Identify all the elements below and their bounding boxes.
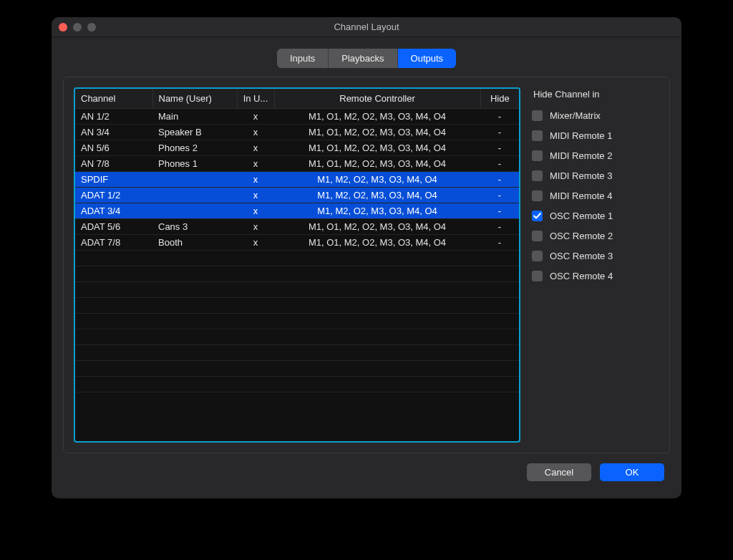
hide-option[interactable]: MIDI Remote 3 — [532, 170, 659, 181]
checkbox-icon[interactable] — [532, 170, 543, 181]
channel-table[interactable]: Channel Name (User) In U... Remote Contr… — [75, 89, 519, 392]
cell-channel[interactable]: AN 7/8 — [75, 156, 152, 172]
cell-remote[interactable]: M1, O1, M2, O2, M3, O3, M4, O4 — [274, 235, 480, 251]
cell-name[interactable]: Phones 2 — [152, 140, 237, 156]
cell-remote[interactable]: M1, M2, O2, M3, O3, M4, O4 — [274, 188, 480, 203]
cancel-button[interactable]: Cancel — [527, 463, 591, 481]
table-row[interactable]: AN 3/4Speaker BxM1, O1, M2, O2, M3, O3, … — [75, 125, 519, 140]
table-row[interactable]: ADAT 5/6Cans 3xM1, O1, M2, O2, M3, O3, M… — [75, 219, 519, 235]
table-row[interactable]: ADAT 1/2xM1, M2, O2, M3, O3, M4, O4- — [75, 188, 519, 203]
table-row[interactable]: AN 1/2MainxM1, O1, M2, O2, M3, O3, M4, O… — [75, 109, 519, 125]
cell-channel[interactable]: ADAT 1/2 — [75, 188, 152, 203]
checkbox-icon[interactable] — [532, 231, 543, 241]
cell-channel[interactable]: AN 1/2 — [75, 109, 152, 125]
cell-hide[interactable]: - — [480, 109, 519, 125]
hide-option[interactable]: MIDI Remote 1 — [532, 130, 659, 141]
cell-name[interactable] — [152, 172, 237, 188]
cell-name[interactable]: Cans 3 — [152, 219, 237, 235]
cell-hide[interactable]: - — [480, 188, 519, 203]
cell-channel[interactable]: ADAT 3/4 — [75, 203, 152, 219]
ok-button[interactable]: OK — [600, 463, 664, 481]
table-row[interactable]: ADAT 3/4xM1, M2, O2, M3, O3, M4, O4- — [75, 203, 519, 219]
table-row-empty — [75, 298, 519, 314]
cell-remote[interactable]: M1, O1, M2, O2, M3, O3, M4, O4 — [274, 125, 480, 140]
dialog-actions: Cancel OK — [63, 453, 670, 487]
cell-inuse[interactable]: x — [237, 140, 274, 156]
content-area: InputsPlaybacksOutputs Channel Name (Use… — [52, 37, 681, 498]
cell-inuse[interactable]: x — [237, 172, 274, 188]
col-header-inuse[interactable]: In U... — [237, 89, 274, 109]
cell-name[interactable]: Booth — [152, 235, 237, 251]
hide-option[interactable]: MIDI Remote 4 — [532, 190, 659, 201]
hide-option[interactable]: OSC Remote 2 — [532, 231, 659, 241]
checkbox-label: OSC Remote 4 — [550, 271, 613, 281]
cell-remote[interactable]: M1, M2, O2, M3, O3, M4, O4 — [274, 172, 480, 188]
cell-remote[interactable]: M1, O1, M2, O2, M3, O3, M4, O4 — [274, 219, 480, 235]
col-header-remote[interactable]: Remote Controller — [274, 89, 480, 109]
cell-remote[interactable]: M1, O1, M2, O2, M3, O3, M4, O4 — [274, 156, 480, 172]
checkbox-icon[interactable] — [532, 251, 543, 261]
hide-option[interactable]: OSC Remote 4 — [532, 271, 659, 281]
cell-channel[interactable]: SPDIF — [75, 172, 152, 188]
tab-inputs[interactable]: Inputs — [277, 49, 328, 68]
cell-channel[interactable]: ADAT 7/8 — [75, 235, 152, 251]
cell-channel[interactable]: ADAT 5/6 — [75, 219, 152, 235]
checkbox-label: MIDI Remote 2 — [550, 150, 612, 161]
tab-outputs[interactable]: Outputs — [397, 49, 457, 68]
cell-inuse[interactable]: x — [237, 109, 274, 125]
cell-inuse[interactable]: x — [237, 125, 274, 140]
cell-hide[interactable]: - — [480, 172, 519, 188]
window-title: Channel Layout — [52, 21, 681, 32]
checkbox-label: MIDI Remote 1 — [550, 130, 612, 141]
col-header-name[interactable]: Name (User) — [152, 89, 237, 109]
hide-option[interactable]: Mixer/Matrix — [532, 110, 659, 121]
cell-hide[interactable]: - — [480, 219, 519, 235]
cell-inuse[interactable]: x — [237, 203, 274, 219]
cell-name[interactable]: Main — [152, 109, 237, 125]
cell-inuse[interactable]: x — [237, 219, 274, 235]
checkbox-icon[interactable] — [532, 271, 543, 281]
cell-remote[interactable]: M1, M2, O2, M3, O3, M4, O4 — [274, 203, 480, 219]
cell-hide[interactable]: - — [480, 156, 519, 172]
cell-channel[interactable]: AN 3/4 — [75, 125, 152, 140]
hide-option[interactable]: MIDI Remote 2 — [532, 150, 659, 161]
cell-hide[interactable]: - — [480, 125, 519, 140]
checkbox-icon[interactable] — [532, 110, 543, 121]
cell-remote[interactable]: M1, O1, M2, O2, M3, O3, M4, O4 — [274, 140, 480, 156]
cell-inuse[interactable]: x — [237, 235, 274, 251]
checkbox-label: OSC Remote 2 — [550, 231, 613, 241]
titlebar: Channel Layout — [52, 17, 681, 37]
checkbox-label: Mixer/Matrix — [550, 110, 601, 121]
table-row-empty — [75, 329, 519, 345]
cell-name[interactable]: Phones 1 — [152, 156, 237, 172]
checkbox-label: MIDI Remote 3 — [550, 170, 612, 181]
hide-option[interactable]: OSC Remote 3 — [532, 251, 659, 261]
cell-name[interactable]: Speaker B — [152, 125, 237, 140]
table-row-empty — [75, 266, 519, 282]
table-row[interactable]: ADAT 7/8BoothxM1, O1, M2, O2, M3, O3, M4… — [75, 235, 519, 251]
col-header-channel[interactable]: Channel — [75, 89, 152, 109]
cell-name[interactable] — [152, 188, 237, 203]
cell-hide[interactable]: - — [480, 140, 519, 156]
table-row-empty — [75, 251, 519, 266]
table-row[interactable]: SPDIFxM1, M2, O2, M3, O3, M4, O4- — [75, 172, 519, 188]
cell-hide[interactable]: - — [480, 235, 519, 251]
hide-channel-sidebar: Hide Channel in Mixer/MatrixMIDI Remote … — [532, 87, 659, 443]
table-row[interactable]: AN 5/6Phones 2xM1, O1, M2, O2, M3, O3, M… — [75, 140, 519, 156]
checkbox-icon[interactable] — [532, 150, 543, 161]
checkbox-icon[interactable] — [532, 190, 543, 201]
cell-inuse[interactable]: x — [237, 156, 274, 172]
cell-remote[interactable]: M1, O1, M2, O2, M3, O3, M4, O4 — [274, 109, 480, 125]
cell-name[interactable] — [152, 203, 237, 219]
checkbox-icon[interactable] — [532, 211, 543, 221]
main-panel: Channel Name (User) In U... Remote Contr… — [63, 77, 670, 453]
hide-option[interactable]: OSC Remote 1 — [532, 211, 659, 221]
tab-playbacks[interactable]: Playbacks — [328, 49, 397, 68]
table-row[interactable]: AN 7/8Phones 1xM1, O1, M2, O2, M3, O3, M… — [75, 156, 519, 172]
cell-inuse[interactable]: x — [237, 188, 274, 203]
cell-hide[interactable]: - — [480, 203, 519, 219]
checkbox-icon[interactable] — [532, 130, 543, 141]
segmented-control: InputsPlaybacksOutputs — [277, 49, 456, 68]
cell-channel[interactable]: AN 5/6 — [75, 140, 152, 156]
col-header-hide[interactable]: Hide — [480, 89, 519, 109]
